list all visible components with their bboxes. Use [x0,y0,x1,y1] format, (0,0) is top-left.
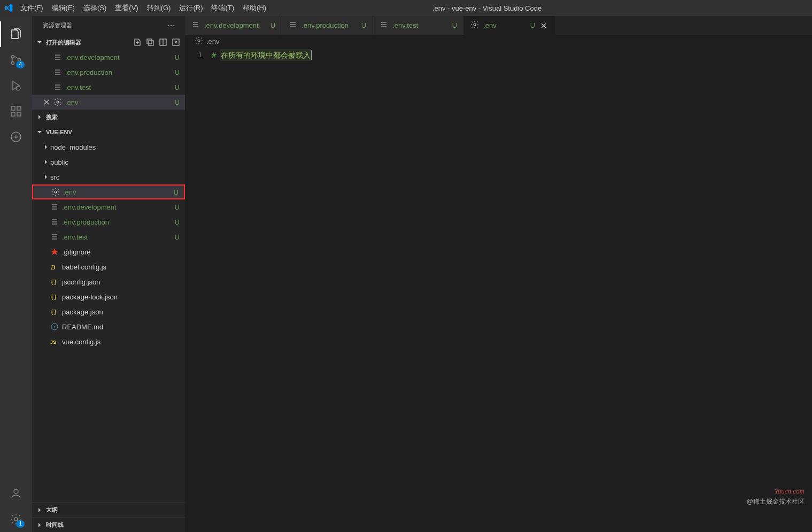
file-babel-config-js[interactable]: Bbabel.config.js [32,259,185,274]
comment-text: 在所有的环境中都会被载入 [220,49,311,61]
open-editor-env-test[interactable]: .env.test U [32,80,185,95]
activity-explorer[interactable] [3,21,29,47]
chevron-right-icon [42,173,50,181]
lines-icon [50,203,59,211]
activity-run-debug[interactable] [3,73,29,98]
svg-point-8 [11,132,21,142]
chevron-right-icon [42,158,50,166]
lines-icon [50,218,59,226]
file-label: .env [63,188,76,196]
file-label: node_modules [50,143,96,151]
tab--env-development[interactable]: .env.developmentU [185,16,282,35]
git-status: U [175,83,180,91]
tab--env-test[interactable]: .env.testU [373,16,464,35]
search-section-label: 搜索 [46,113,58,121]
folder-src[interactable]: src [32,169,185,184]
file-vue-config-js[interactable]: JSvue.config.js [32,334,185,349]
yuucn-watermark: Yuucn.com [775,487,805,496]
open-editor-env-production[interactable]: .env.production U [32,65,185,80]
svg-point-24 [474,24,476,26]
comment-hash: # [212,49,216,61]
text-cursor [311,50,312,60]
gear-icon [51,188,60,196]
section-project[interactable]: VUE-ENV [32,125,185,140]
svg-point-11 [14,518,18,521]
file-README-md[interactable]: README.md [32,319,185,334]
menu-view[interactable]: 查看(V) [111,0,142,16]
open-editor-env[interactable]: .env U [32,95,185,110]
window-title: .env - vue-env - Visual Studio Code [305,4,669,12]
community-watermark: @稀土掘金技术社区 [747,497,805,506]
section-open-editors[interactable]: 打开的编辑器 [32,35,185,50]
file-label: .gitignore [62,248,90,256]
settings-badge: 1 [16,520,25,528]
svg-rect-7 [17,106,21,110]
file--gitignore[interactable]: .gitignore [32,244,185,259]
file--env-development[interactable]: .env.developmentU [32,199,185,214]
tab--env[interactable]: .envU [464,16,555,35]
menu-file[interactable]: 文件(F) [16,0,48,16]
menu-selection[interactable]: 选择(S) [79,0,111,16]
json-icon: {} [50,277,59,286]
save-all-icon[interactable] [145,37,155,47]
close-icon[interactable] [42,98,51,106]
new-file-icon[interactable] [133,37,142,47]
tab-git-status: U [530,21,535,29]
file--env-production[interactable]: .env.productionU [32,214,185,229]
gear-icon [53,98,62,106]
file-label: README.md [62,323,103,331]
lines-icon [53,53,62,61]
git-status: U [175,53,180,61]
menu-terminal[interactable]: 终端(T) [207,0,238,16]
activity-accounts[interactable] [3,481,29,506]
file-label: jsconfig.json [62,278,100,286]
tab-git-status: U [452,21,457,29]
svg-rect-4 [11,106,15,110]
tab-label: .env.test [392,21,418,29]
chevron-down-icon [35,128,44,136]
sidebar-more-icon[interactable]: ⋯ [167,20,176,30]
file-label: .env.test [62,233,88,241]
section-search[interactable]: 搜索 [32,110,185,125]
activity-remote[interactable] [3,124,29,150]
file-label: .env.development [62,203,117,211]
open-editor-label: .env.development [65,53,120,61]
activity-scm[interactable]: 4 [3,47,29,73]
section-timeline[interactable]: 时间线 [32,517,185,532]
open-editor-env-development[interactable]: .env.development U [32,50,185,65]
tab--env-production[interactable]: .env.productionU [282,16,373,35]
chevron-right-icon [35,113,44,121]
section-outline[interactable]: 大纲 [32,502,185,517]
close-editors-icon[interactable] [171,37,181,47]
open-editor-label: .env.test [65,83,91,91]
tab-label: .env.production [301,21,349,29]
toggle-layout-icon[interactable] [158,37,168,47]
tabs-bar: .env.developmentU.env.productionU.env.te… [185,16,812,35]
activity-settings[interactable]: 1 [3,506,29,532]
activity-extensions[interactable] [3,98,29,124]
json-icon: {} [50,292,59,301]
babel-icon: B [50,263,59,271]
breadcrumb[interactable]: .env [185,35,812,48]
menu-help[interactable]: 帮助(H) [238,0,270,16]
menu-edit[interactable]: 编辑(E) [48,0,79,16]
json-icon: {} [50,307,59,316]
editor-area: .env.developmentU.env.productionU.env.te… [185,16,812,532]
svg-point-9 [15,136,17,138]
open-editors-label: 打开的编辑器 [46,38,81,47]
menu-go[interactable]: 转到(G) [143,0,175,16]
editor-body[interactable]: 1 # 在所有的环境中都会被载入 Yuucn.com @稀土掘金技术社区 [185,48,812,532]
file--env[interactable]: .envU [32,184,185,199]
tab-label: .env [483,21,497,29]
svg-point-1 [12,62,14,65]
menu-run[interactable]: 运行(R) [175,0,207,16]
folder-public[interactable]: public [32,155,185,169]
git-status: U [175,98,180,106]
file-jsconfig-json[interactable]: {}jsconfig.json [32,274,185,289]
close-icon[interactable] [539,21,548,30]
file--env-test[interactable]: .env.testU [32,229,185,244]
file-package-lock-json[interactable]: {}package-lock.json [32,289,185,304]
file-package-json[interactable]: {}package.json [32,304,185,319]
folder-node_modules[interactable]: node_modules [32,140,185,155]
code-content[interactable]: # 在所有的环境中都会被载入 [212,48,312,532]
